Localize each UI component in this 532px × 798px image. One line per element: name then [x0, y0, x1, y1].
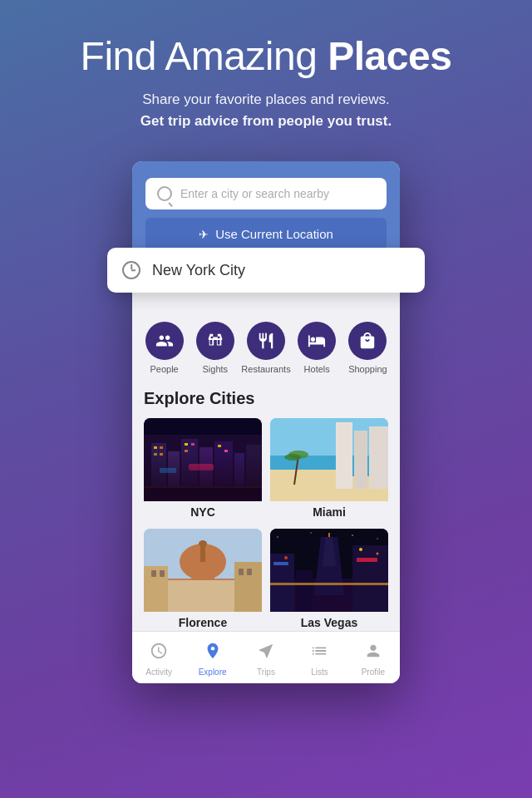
category-sights[interactable]: Sights: [190, 322, 240, 374]
svg-rect-8: [246, 445, 261, 501]
svg-rect-26: [336, 422, 352, 489]
lists-icon: [310, 642, 328, 665]
hero-section: Find Amazing Places Share your favorite …: [0, 0, 532, 148]
svg-rect-19: [160, 468, 176, 473]
tab-lists[interactable]: Lists: [293, 638, 346, 680]
hero-subtitle: Share your favorite places and reviews. …: [17, 89, 515, 131]
svg-point-60: [310, 532, 312, 534]
tab-bar: Activity Explore Trips Lists: [132, 631, 400, 683]
svg-point-54: [284, 556, 288, 559]
explore-icon: [204, 642, 222, 665]
svg-rect-53: [270, 583, 388, 585]
explore-section: Explore Cities: [132, 377, 400, 631]
city-name-vegas: Las Vegas: [270, 612, 388, 631]
svg-rect-3: [168, 451, 180, 501]
people-icon: [145, 322, 184, 360]
tab-profile[interactable]: Profile: [347, 638, 400, 680]
svg-rect-44: [247, 569, 252, 575]
tab-profile-label: Profile: [362, 667, 385, 677]
hero-subtitle-line1: Share your favorite places and reviews.: [142, 91, 390, 107]
shopping-icon: [348, 322, 387, 360]
svg-rect-10: [160, 446, 163, 449]
svg-rect-11: [154, 453, 157, 456]
activity-icon: [150, 642, 168, 665]
svg-rect-4: [181, 439, 198, 501]
svg-point-59: [277, 536, 278, 538]
svg-rect-5: [200, 447, 213, 501]
city-image-nyc: [144, 418, 262, 501]
city-image-vegas: [270, 529, 388, 612]
svg-point-61: [352, 534, 353, 536]
profile-icon: [364, 642, 382, 665]
category-people[interactable]: People: [139, 322, 190, 374]
location-button-label: Use Current Location: [215, 227, 333, 241]
tab-trips-label: Trips: [257, 667, 275, 677]
suggestion-item[interactable]: New York City: [107, 248, 425, 293]
tab-explore-label: Explore: [199, 667, 227, 677]
city-card-vegas[interactable]: Las Vegas: [270, 529, 388, 631]
suggestion-dropdown[interactable]: New York City: [107, 248, 425, 293]
search-input-wrapper[interactable]: Enter a city or search nearby: [145, 178, 387, 209]
category-restaurants[interactable]: Restaurants: [240, 322, 291, 374]
category-hotels[interactable]: Hotels: [292, 322, 342, 374]
svg-rect-58: [273, 562, 288, 565]
svg-rect-2: [151, 443, 166, 501]
city-image-miami: [270, 418, 388, 501]
city-name-nyc: NYC: [144, 501, 262, 520]
category-sights-label: Sights: [203, 364, 229, 374]
search-icon: [157, 186, 172, 201]
hero-title: Find Amazing Places: [17, 33, 515, 79]
city-card-nyc[interactable]: NYC: [144, 418, 262, 520]
location-button[interactable]: ✈ Use Current Location: [145, 218, 387, 250]
location-arrow-icon: ✈: [199, 228, 209, 241]
category-restaurants-label: Restaurants: [241, 364, 290, 374]
tab-explore[interactable]: Explore: [185, 638, 239, 680]
svg-point-56: [377, 553, 379, 555]
suggestion-city-label: New York City: [152, 262, 245, 279]
svg-point-62: [377, 538, 378, 539]
svg-rect-28: [369, 426, 388, 489]
hero-title-bold: Places: [328, 34, 451, 78]
svg-point-32: [284, 454, 301, 461]
clock-icon: [122, 261, 140, 279]
search-placeholder: Enter a city or search nearby: [180, 187, 329, 200]
hero-subtitle-line2: Get trip advice from people you trust.: [140, 113, 392, 129]
category-people-label: People: [150, 364, 178, 374]
svg-point-37: [199, 540, 207, 547]
svg-rect-27: [354, 431, 367, 489]
svg-rect-12: [160, 453, 163, 456]
tab-activity[interactable]: Activity: [132, 638, 185, 680]
category-shopping-label: Shopping: [348, 364, 387, 374]
svg-rect-0: [144, 418, 262, 501]
svg-rect-18: [189, 464, 214, 470]
app-card: Enter a city or search nearby ✈ Use Curr…: [132, 161, 400, 683]
svg-rect-13: [185, 443, 188, 446]
categories-row: People Sights Restaurants Hotels: [132, 310, 400, 377]
svg-rect-43: [239, 569, 244, 575]
tab-lists-label: Lists: [311, 667, 328, 677]
svg-rect-6: [214, 441, 233, 501]
city-image-florence: [144, 529, 262, 612]
hotel-icon: [298, 322, 336, 360]
svg-rect-17: [224, 450, 228, 452]
svg-rect-14: [191, 443, 195, 446]
svg-rect-16: [218, 445, 221, 447]
binoculars-icon: [196, 322, 234, 360]
svg-rect-42: [160, 570, 165, 577]
svg-point-55: [359, 548, 362, 551]
category-shopping[interactable]: Shopping: [342, 322, 393, 374]
city-name-florence: Florence: [144, 612, 262, 631]
city-grid: NYC: [144, 418, 388, 631]
city-card-miami[interactable]: Miami: [270, 418, 388, 520]
svg-rect-29: [270, 470, 336, 501]
svg-rect-7: [234, 453, 244, 501]
svg-rect-20: [144, 486, 262, 501]
city-card-florence[interactable]: Florence: [144, 529, 262, 631]
category-hotels-label: Hotels: [304, 364, 330, 374]
svg-rect-57: [357, 558, 377, 562]
explore-title: Explore Cities: [144, 389, 388, 408]
svg-rect-52: [296, 570, 313, 612]
hero-title-light: Find Amazing: [81, 34, 328, 78]
svg-rect-51: [352, 545, 388, 612]
tab-trips[interactable]: Trips: [239, 638, 293, 680]
